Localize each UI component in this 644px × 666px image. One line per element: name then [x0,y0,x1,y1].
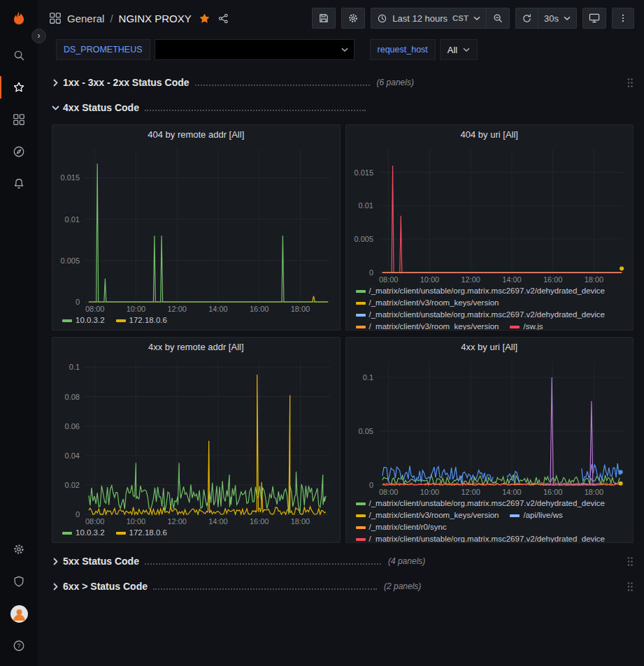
row-title: 6xx > Status Code [63,581,148,592]
chart-svg: 08:0010:0012:0014:0016:0018:0000.0050.01… [52,143,340,314]
panel-title-4xx-by-uri[interactable]: 4xx by uri [All] [346,338,634,356]
row-title: 4xx Status Code [63,102,139,113]
row-header-5xx[interactable]: 5xx Status Code (4 panels) [52,551,634,571]
sidebar-item-help[interactable]: ? [0,630,38,662]
svg-text:12:00: 12:00 [461,488,480,496]
svg-text:08:00: 08:00 [85,305,105,313]
panel-4xx-by-remote-addr: 4xx by remote addr [All] 08:0010:0012:00… [52,337,341,543]
row-header-6xx[interactable]: 6xx > Status Code (2 panels) [52,577,634,596]
row-header-4xx[interactable]: 4xx Status Code [52,98,634,117]
bell-icon [13,178,25,190]
sidebar-toggle-button[interactable]: › [31,29,46,43]
sidebar-item-starred[interactable] [0,71,38,103]
legend-item[interactable]: /_matrix/client/v3/room_keys/version [356,321,499,330]
svg-text:0.01: 0.01 [358,201,373,210]
chart-404-by-remote-addr[interactable]: 08:0010:0012:0014:0016:0018:0000.0050.01… [52,143,340,314]
panel-title-text: 404 by uri [All] [461,129,518,140]
time-picker-button[interactable]: Last 12 hours CST [371,8,486,29]
legend-row: 10.0.3.2172.18.0.6 [62,314,334,326]
legend-label: /_matrix/client/v3/room_keys/version [369,297,499,309]
zoom-out-icon [492,13,503,24]
legend-item[interactable]: /_matrix/client/r0/sync [356,521,447,533]
legend-swatch [356,290,366,293]
variable-value-request-host[interactable]: All [440,39,478,60]
panel-title-4xx-by-remote-addr[interactable]: 4xx by remote addr [All] [52,338,340,356]
legend-item[interactable]: /_matrix/client/unstable/org.matrix.msc2… [356,498,606,509]
search-icon [13,49,25,61]
svg-text:08:00: 08:00 [85,517,105,526]
panel-title-404-by-remote-addr[interactable]: 404 by remote addr [All] [52,125,340,143]
help-icon: ? [13,639,25,652]
row-drag-handle[interactable] [627,581,634,592]
more-options-button[interactable] [612,8,634,29]
user-avatar [10,605,28,623]
svg-text:10:00: 10:00 [420,275,439,284]
legend-4xx-by-remote-addr: 10.0.3.2172.18.0.6 [52,527,340,542]
panel-title-text: 4xx by remote addr [All] [148,342,244,352]
legend-label: 10.0.3.2 [76,314,105,326]
svg-text:0.02: 0.02 [65,481,80,489]
dashboard-scroll-area: 1xx - 3xx - 2xx Status Code (6 panels) 4… [38,67,644,666]
row-drag-handle[interactable] [627,78,634,88]
chart-4xx-by-uri[interactable]: 08:0010:0012:0014:0016:0018:0000.050.1 [346,356,634,498]
zoom-out-button[interactable] [486,8,510,29]
svg-text:16:00: 16:00 [250,517,269,526]
legend-item[interactable]: /_matrix/client/unstable/org.matrix.msc2… [356,309,606,321]
refresh-interval-dropdown[interactable]: 30s [538,8,577,29]
svg-text:0.005: 0.005 [60,256,80,265]
svg-text:12:00: 12:00 [167,517,187,526]
svg-text:16:00: 16:00 [543,488,562,496]
sidebar-item-server-admin[interactable] [0,565,38,598]
cycle-view-mode-button[interactable] [582,8,606,29]
sidebar-item-explore[interactable] [0,136,38,168]
legend-item[interactable]: 10.0.3.2 [62,527,105,539]
save-dashboard-button[interactable] [312,8,336,29]
legend-swatch [356,502,366,505]
chart-svg: 08:0010:0012:0014:0016:0018:0000.050.1 [346,356,634,498]
panel-title-404-by-uri[interactable]: 404 by uri [All] [346,125,634,143]
sidebar-item-dashboards[interactable] [0,103,38,136]
legend-item[interactable]: 172.18.0.6 [116,527,167,539]
legend-label: 172.18.0.6 [129,527,167,539]
chart-404-by-uri[interactable]: 08:0010:0012:0014:0016:0018:0000.0050.01… [346,143,634,285]
main-area: General / NGINX PROXY [38,0,644,666]
sidebar-item-alerting[interactable] [0,168,38,200]
variable-value-ds-prometheus[interactable] [155,39,355,60]
svg-text:10:00: 10:00 [127,305,146,313]
legend-item[interactable]: /_matrix/client/v3/room_keys/version [356,509,499,521]
legend-item[interactable]: 172.18.0.6 [116,314,167,326]
legend-item[interactable]: /_matrix/client/v3/room_keys/version [356,297,499,309]
legend-item[interactable]: 10.0.3.2 [62,314,105,326]
breadcrumb: General / NGINX PROXY [67,13,192,24]
svg-text:18:00: 18:00 [291,517,310,526]
dashboard-apps-icon [49,12,62,24]
chart-4xx-by-remote-addr[interactable]: 08:0010:0012:0014:0016:0018:0000.020.040… [52,356,340,527]
legend-item[interactable]: /sw.js [510,321,543,330]
variables-bar: DS_PROMETHEUS request_host All [38,36,644,67]
legend-swatch [356,302,366,305]
favorite-star-icon[interactable] [199,13,210,24]
row-drag-handle[interactable] [627,556,634,567]
dotted-leader [195,85,370,86]
sidebar: ? [0,0,38,666]
legend-item[interactable]: /_matrix/client/unstable/org.matrix.msc2… [356,285,606,297]
sidebar-item-configuration[interactable] [0,533,38,565]
sidebar-item-profile[interactable] [0,598,38,630]
refresh-button[interactable] [515,8,538,29]
row-header-1xx-3xx-2xx[interactable]: 1xx - 3xx - 2xx Status Code (6 panels) [52,73,634,92]
legend-label: /_matrix/client/unstable/org.matrix.msc2… [369,498,606,509]
chevron-down-icon [473,16,480,21]
legend-item[interactable]: /api/live/ws [510,509,562,521]
legend-row: /_matrix/client/unstable/org.matrix.msc2… [356,309,628,321]
svg-text:10:00: 10:00 [127,517,146,526]
svg-text:10:00: 10:00 [420,488,439,496]
svg-text:0.1: 0.1 [69,363,80,371]
svg-text:12:00: 12:00 [167,305,187,313]
legend-item[interactable]: /_matrix/client/unstable/org.matrix.msc2… [356,533,606,542]
dashboard-settings-button[interactable] [341,8,365,29]
share-icon[interactable] [217,13,229,24]
legend-swatch [116,532,126,535]
sidebar-item-search[interactable] [0,39,38,71]
breadcrumb-folder[interactable]: General [67,13,104,24]
kebab-menu-icon [618,13,628,24]
